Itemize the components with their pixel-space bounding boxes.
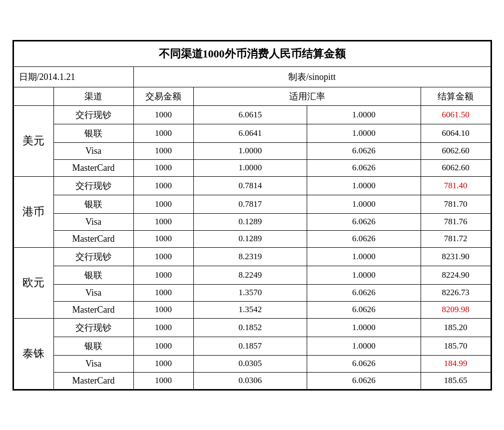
transaction-amount: 1000 (133, 372, 193, 389)
channel-name: 银联 (53, 124, 133, 142)
transaction-amount: 1000 (133, 142, 193, 159)
settlement-amount: 781.40 (421, 176, 491, 195)
channel-name: Visa (53, 284, 133, 301)
rate-2: 6.0626 (307, 301, 421, 318)
rate-1: 8.2249 (193, 266, 307, 284)
col-currency-header (13, 87, 53, 105)
table-row: MasterCard10001.00006.06266062.60 (13, 159, 491, 176)
column-header-row: 渠道 交易金额 适用汇率 结算金额 (13, 87, 491, 105)
rate-2: 1.0000 (307, 105, 421, 124)
transaction-amount: 1000 (133, 337, 193, 355)
table-row: 泰铢交行现钞10000.18521.0000185.20 (13, 318, 491, 337)
date-label: 日期/2014.1.21 (13, 66, 133, 87)
channel-name: MasterCard (53, 301, 133, 318)
rate-1: 0.1289 (193, 230, 307, 247)
rate-2: 1.0000 (307, 318, 421, 337)
channel-name: MasterCard (53, 372, 133, 389)
rate-2: 6.0626 (307, 230, 421, 247)
table-row: 美元交行现钞10006.06151.00006061.50 (13, 105, 491, 124)
rate-1: 6.0615 (193, 105, 307, 124)
settlement-amount: 781.72 (421, 230, 491, 247)
channel-name: 交行现钞 (53, 247, 133, 266)
col-settlement-header: 结算金额 (421, 87, 491, 105)
settlement-amount: 6062.60 (421, 142, 491, 159)
table-row: 银联10006.06411.00006064.10 (13, 124, 491, 142)
channel-name: 银联 (53, 266, 133, 284)
meta-row: 日期/2014.1.21 制表/sinopitt (13, 66, 491, 87)
rate-2: 6.0626 (307, 372, 421, 389)
table-row: MasterCard10000.12896.0626781.72 (13, 230, 491, 247)
rate-2: 6.0626 (307, 284, 421, 301)
transaction-amount: 1000 (133, 318, 193, 337)
rate-2: 6.0626 (307, 159, 421, 176)
settlement-amount: 6062.60 (421, 159, 491, 176)
settlement-amount: 8226.73 (421, 284, 491, 301)
channel-name: Visa (53, 355, 133, 372)
currency-name: 美元 (13, 105, 53, 176)
rate-2: 6.0626 (307, 355, 421, 372)
currency-name: 港币 (13, 176, 53, 247)
rate-2: 1.0000 (307, 247, 421, 266)
table-row: 银联10000.18571.0000185.70 (13, 337, 491, 355)
author-label: 制表/sinopitt (133, 66, 491, 87)
rate-1: 0.7814 (193, 176, 307, 195)
channel-name: MasterCard (53, 159, 133, 176)
page-title: 不同渠道1000外币消费人民币结算金额 (13, 41, 491, 66)
transaction-amount: 1000 (133, 284, 193, 301)
settlement-amount: 185.65 (421, 372, 491, 389)
rate-1: 8.2319 (193, 247, 307, 266)
rate-1: 0.1857 (193, 337, 307, 355)
settlement-amount: 6061.50 (421, 105, 491, 124)
transaction-amount: 1000 (133, 301, 193, 318)
table-row: Visa10000.12896.0626781.76 (13, 213, 491, 230)
table-row: Visa10000.03056.0626184.99 (13, 355, 491, 372)
rate-1: 0.7817 (193, 195, 307, 213)
rate-1: 1.0000 (193, 142, 307, 159)
settlement-amount: 8209.98 (421, 301, 491, 318)
rate-1: 0.0306 (193, 372, 307, 389)
rate-2: 1.0000 (307, 337, 421, 355)
rate-1: 0.1289 (193, 213, 307, 230)
settlement-amount: 184.99 (421, 355, 491, 372)
table-row: 银联10000.78171.0000781.70 (13, 195, 491, 213)
rate-2: 1.0000 (307, 195, 421, 213)
transaction-amount: 1000 (133, 176, 193, 195)
transaction-amount: 1000 (133, 247, 193, 266)
table-row: MasterCard10001.35426.06268209.98 (13, 301, 491, 318)
col-amount-header: 交易金额 (133, 87, 193, 105)
rate-2: 1.0000 (307, 266, 421, 284)
rate-1: 0.1852 (193, 318, 307, 337)
channel-name: 银联 (53, 337, 133, 355)
table-row: MasterCard10000.03066.0626185.65 (13, 372, 491, 389)
transaction-amount: 1000 (133, 195, 193, 213)
transaction-amount: 1000 (133, 355, 193, 372)
transaction-amount: 1000 (133, 266, 193, 284)
rate-2: 1.0000 (307, 176, 421, 195)
col-rate-header: 适用汇率 (193, 87, 421, 105)
settlement-amount: 8231.90 (421, 247, 491, 266)
transaction-amount: 1000 (133, 124, 193, 142)
table-row: 港币交行现钞10000.78141.0000781.40 (13, 176, 491, 195)
transaction-amount: 1000 (133, 213, 193, 230)
rate-2: 6.0626 (307, 213, 421, 230)
transaction-amount: 1000 (133, 159, 193, 176)
settlement-amount: 6064.10 (421, 124, 491, 142)
channel-name: 银联 (53, 195, 133, 213)
channel-name: Visa (53, 142, 133, 159)
channel-name: 交行现钞 (53, 105, 133, 124)
settlement-amount: 8224.90 (421, 266, 491, 284)
rate-1: 6.0641 (193, 124, 307, 142)
rate-1: 1.0000 (193, 159, 307, 176)
rate-1: 1.3542 (193, 301, 307, 318)
title-row: 不同渠道1000外币消费人民币结算金额 (13, 41, 491, 66)
table-container: 不同渠道1000外币消费人民币结算金额 日期/2014.1.21 制表/sino… (12, 40, 492, 391)
table-row: 欧元交行现钞10008.23191.00008231.90 (13, 247, 491, 266)
settlement-amount: 185.20 (421, 318, 491, 337)
rate-1: 1.3570 (193, 284, 307, 301)
channel-name: 交行现钞 (53, 176, 133, 195)
rate-2: 6.0626 (307, 142, 421, 159)
settlement-amount: 185.70 (421, 337, 491, 355)
rate-1: 0.0305 (193, 355, 307, 372)
settlement-amount: 781.70 (421, 195, 491, 213)
settlement-amount: 781.76 (421, 213, 491, 230)
